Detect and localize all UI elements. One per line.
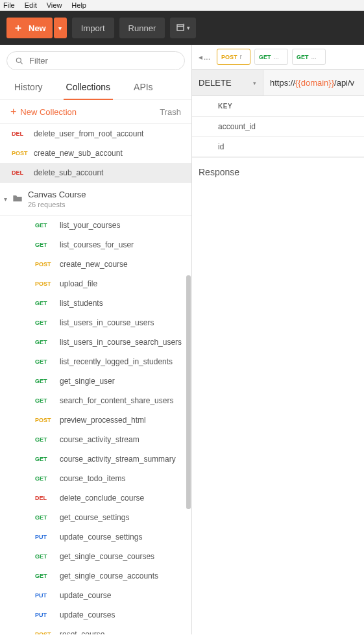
http-method-select[interactable]: DELETE ▾ [192,70,263,95]
request-item[interactable]: POSTreset_course [0,625,191,634]
method-badge: GET [35,553,60,560]
request-item[interactable]: GETget_single_course_accounts [0,566,191,586]
sidebar: History Collections APIs + New Collectio… [0,45,192,634]
request-name: update_courses [60,610,115,619]
method-badge: GET [35,436,60,443]
request-tab[interactable]: POSTr [217,49,250,65]
request-name: list_recently_logged_in_students [60,357,173,366]
method-badge: GET [35,456,60,462]
tab-collections[interactable]: Collections [64,77,113,100]
request-item[interactable]: GETlist_users_in_course_search_users [0,332,191,352]
scrollbar-thumb[interactable] [186,275,191,509]
request-item[interactable]: GETlist_recently_logged_in_students [0,352,191,371]
menu-file[interactable]: File [3,1,15,9]
url-bar: DELETE ▾ https://{{domain}}/api/v [192,69,364,96]
request-name: delete_conclude_course [60,493,144,503]
tab-scroll-left[interactable]: ◂ ... [196,53,213,62]
new-button[interactable]: ＋ New [6,18,53,38]
tab-label: r [240,53,242,60]
request-item[interactable]: GETcourse_activity_stream_summary [0,449,191,469]
request-item[interactable]: GETsearch_for_content_share_users [0,391,191,410]
method-badge: GET [35,475,60,482]
chevron-left-icon: ◂ [199,53,202,62]
request-item[interactable]: GETlist_students [0,294,191,313]
request-item[interactable]: GETget_single_user [0,371,191,391]
menu-help[interactable]: Help [71,1,86,9]
method-badge: GET [35,573,60,579]
method-badge: POST [35,417,60,423]
request-item[interactable]: GETget_course_settings [0,508,191,527]
svg-point-3 [16,58,21,62]
request-item[interactable]: POSTcreate_new_course [0,255,191,274]
folder-subtitle: 26 requests [28,201,86,208]
new-dropdown-caret[interactable]: ▾ [54,18,67,38]
request-name: update_course_settings [60,532,142,542]
request-name: get_single_course_courses [60,552,154,561]
method-badge: GET [297,54,309,60]
request-item[interactable]: PUTupdate_courses [0,605,191,625]
search-icon [15,56,24,66]
method-badge: POST [35,281,60,287]
request-item[interactable]: GETcourse_activity_stream [0,430,191,449]
request-item[interactable]: GETlist_your_courses [0,216,191,235]
tab-label: ... [274,53,279,60]
method-badge: DEL [12,169,34,176]
request-item[interactable]: DELdelete_sub_account [0,163,191,182]
request-name: update_course [60,591,111,600]
request-item[interactable]: PUTupdate_course_settings [0,527,191,547]
request-name: delete_user_from_root_account [34,129,143,138]
method-badge: GET [35,300,60,306]
request-item[interactable]: PUTupdate_course [0,586,191,605]
param-row[interactable]: account_id [192,117,364,137]
method-badge: DEL [12,131,34,137]
request-name: get_single_course_accounts [60,571,158,581]
http-method-label: DELETE [199,78,232,88]
request-item[interactable]: GETcourse_todo_items [0,469,191,488]
tab-label: ... [311,53,317,60]
request-item[interactable]: GETget_single_course_courses [0,547,191,566]
new-window-button[interactable]: + ▾ [170,18,196,38]
request-tab[interactable]: GET... [292,49,326,65]
request-name: delete_sub_account [34,168,103,177]
param-row[interactable]: id [192,137,364,157]
import-button[interactable]: Import [72,18,114,38]
sidebar-tabs: History Collections APIs [0,77,191,100]
new-collection-label: New Collection [20,107,77,117]
request-name: list_courses_for_user [60,240,134,249]
method-badge: PUT [35,612,60,618]
request-name: create_new_course [60,260,128,269]
method-badge: POST [35,631,60,634]
request-item[interactable]: GETlist_users_in_course_users [0,313,191,332]
method-badge: GET [35,242,60,248]
method-badge: GET [35,378,60,384]
request-item[interactable]: DELdelete_user_from_root_account [0,124,191,144]
request-tab-bar: ◂ ... POSTrGET...GET... [192,45,364,69]
method-badge: GET [35,319,60,326]
request-item[interactable]: GETlist_courses_for_user [0,235,191,255]
new-button-label: New [29,23,53,33]
tab-apis[interactable]: APIs [131,77,156,99]
collection-folder[interactable]: ▾Canvas Course26 requests [0,182,191,216]
request-name: list_users_in_course_users [60,318,154,327]
chevron-down-icon: ▾ [187,25,190,31]
request-name: course_activity_stream_summary [60,455,176,464]
request-tab[interactable]: GET... [254,49,288,65]
request-name: list_your_courses [60,221,120,230]
runner-button[interactable]: Runner [119,18,165,38]
method-badge: GET [35,339,60,345]
tab-history[interactable]: History [12,77,45,99]
request-name: course_activity_stream [60,435,140,444]
request-item[interactable]: DELdelete_conclude_course [0,488,191,508]
request-item[interactable]: POSTpreview_processed_html [0,410,191,430]
new-collection-button[interactable]: + New Collection [10,106,77,117]
request-item[interactable]: POSTupload_file [0,274,191,294]
request-name: list_students [60,299,103,308]
menu-edit[interactable]: Edit [25,1,37,9]
url-input[interactable]: https://{{domain}}/api/v [263,70,361,95]
chevron-down-icon: ▾ [4,195,7,203]
trash-link[interactable]: Trash [160,107,181,117]
filter-input[interactable] [29,56,176,66]
menu-view[interactable]: View [47,1,62,9]
request-item[interactable]: POSTcreate_new_sub_account [0,144,191,163]
svg-text:+: + [182,23,185,27]
